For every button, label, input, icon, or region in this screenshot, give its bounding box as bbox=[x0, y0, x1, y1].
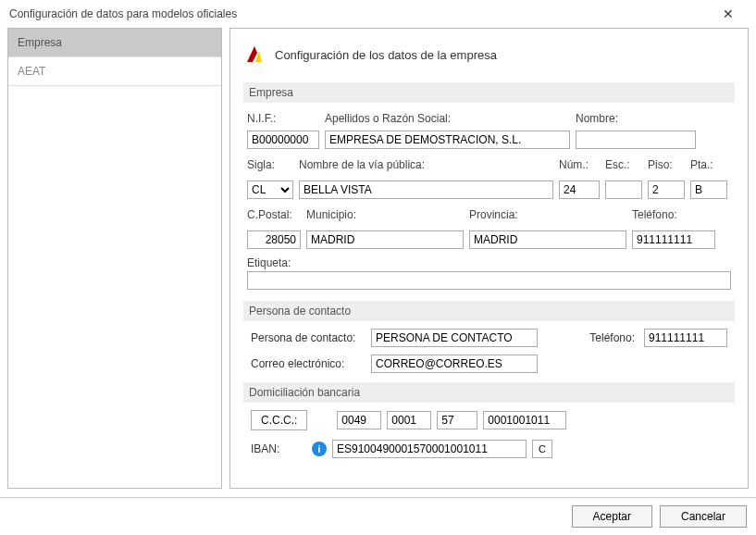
telefono-empresa-input[interactable] bbox=[632, 230, 715, 249]
cpostal-label: C.Postal: bbox=[247, 206, 301, 223]
info-icon[interactable]: i bbox=[312, 442, 327, 456]
section-head-banco: Domiciliación bancaria bbox=[243, 382, 735, 403]
apellidos-input[interactable] bbox=[325, 131, 570, 149]
main-title: Configuración de los datos de la empresa bbox=[275, 48, 497, 62]
sigla-label: Sigla: bbox=[247, 156, 293, 173]
municipio-input[interactable] bbox=[306, 230, 464, 249]
ccc4-input[interactable] bbox=[483, 411, 566, 429]
persona-input[interactable] bbox=[371, 329, 538, 347]
via-label: Nombre de la vía pública: bbox=[299, 156, 553, 173]
window-title: Configuración de datos para modelos ofic… bbox=[9, 7, 237, 20]
telefono-label: Teléfono: bbox=[632, 206, 715, 223]
sidebar-item-label: Empresa bbox=[18, 36, 62, 49]
correo-label: Correo electrónico: bbox=[251, 357, 362, 370]
iban-c-button[interactable]: C bbox=[532, 440, 552, 458]
persona-label: Persona de contacto: bbox=[251, 331, 362, 344]
etiqueta-label: Etiqueta: bbox=[247, 255, 731, 271]
num-label: Núm.: bbox=[559, 156, 600, 173]
row-iban: IBAN: i C bbox=[243, 438, 735, 460]
sigla-select[interactable]: CL bbox=[247, 180, 293, 199]
ccc3-input[interactable] bbox=[437, 411, 477, 429]
sidebar-item-empresa[interactable]: Empresa bbox=[8, 29, 221, 57]
pta-input[interactable] bbox=[690, 180, 727, 199]
close-icon[interactable]: ✕ bbox=[710, 6, 747, 21]
ok-button[interactable]: Aceptar bbox=[572, 505, 652, 528]
sidebar: Empresa AEAT bbox=[7, 28, 222, 489]
content: Empresa AEAT Configuración de los datos … bbox=[0, 28, 756, 496]
cpostal-input[interactable] bbox=[247, 230, 301, 249]
iban-input[interactable] bbox=[332, 440, 527, 458]
provincia-label: Provincia: bbox=[469, 206, 626, 223]
apellidos-label: Apellidos o Razón Social: bbox=[325, 110, 570, 127]
section-head-empresa: Empresa bbox=[243, 82, 735, 103]
cancel-button[interactable]: Cancelar bbox=[660, 505, 747, 528]
ccc1-input[interactable] bbox=[337, 411, 381, 429]
row-loc bbox=[243, 229, 735, 255]
row-addr: CL bbox=[243, 179, 735, 205]
sidebar-item-aeat[interactable]: AEAT bbox=[8, 57, 221, 86]
nif-label: N.I.F.: bbox=[247, 110, 319, 127]
row-addr-labels: Sigla: Nombre de la vía pública: Núm.: E… bbox=[243, 155, 735, 179]
agency-logo-icon bbox=[243, 44, 266, 66]
nombre-input[interactable] bbox=[576, 131, 696, 149]
esc-label: Esc.: bbox=[605, 156, 642, 173]
ccc2-input[interactable] bbox=[387, 411, 431, 429]
provincia-input[interactable] bbox=[469, 230, 626, 249]
etiqueta-input[interactable] bbox=[247, 271, 731, 290]
row-nif: N.I.F.: Apellidos o Razón Social: Nombre… bbox=[243, 108, 735, 155]
row-contacto-persona: Persona de contacto: Teléfono: bbox=[243, 327, 735, 349]
ccc-button[interactable]: C.C.C.: bbox=[251, 410, 307, 430]
main-panel: Configuración de los datos de la empresa… bbox=[229, 28, 749, 489]
esc-input[interactable] bbox=[605, 180, 642, 199]
telefono-contacto-input[interactable] bbox=[644, 329, 727, 347]
iban-label: IBAN: bbox=[251, 442, 306, 455]
row-ccc: C.C.C.: bbox=[243, 408, 735, 432]
row-loc-labels: C.Postal: Municipio: Provincia: Teléfono… bbox=[243, 205, 735, 229]
correo-input[interactable] bbox=[371, 355, 538, 373]
num-input[interactable] bbox=[559, 180, 600, 199]
via-input[interactable] bbox=[299, 180, 553, 199]
nombre-label: Nombre: bbox=[576, 110, 696, 127]
pta-label: Pta.: bbox=[690, 156, 727, 173]
main-header: Configuración de los datos de la empresa bbox=[243, 38, 735, 75]
piso-input[interactable] bbox=[648, 180, 685, 199]
piso-label: Piso: bbox=[648, 156, 685, 173]
telefono-contacto-label: Teléfono: bbox=[589, 331, 635, 344]
nif-input[interactable] bbox=[247, 131, 319, 149]
row-etiqueta: Etiqueta: bbox=[243, 255, 735, 293]
row-contacto-correo: Correo electrónico: bbox=[243, 353, 735, 375]
section-head-contacto: Persona de contacto bbox=[243, 301, 735, 321]
footer: Aceptar Cancelar bbox=[0, 497, 756, 535]
municipio-label: Municipio: bbox=[306, 206, 464, 223]
titlebar: Configuración de datos para modelos ofic… bbox=[0, 0, 756, 28]
sidebar-item-label: AEAT bbox=[18, 65, 45, 78]
